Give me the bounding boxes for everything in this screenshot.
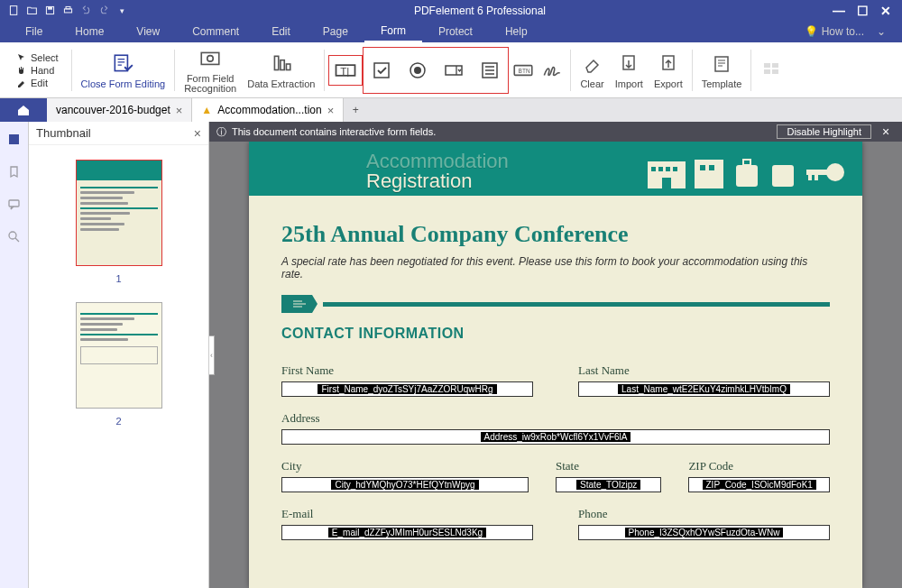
document-viewport[interactable]: Accommodation Registration 25th Annual C… <box>220 142 891 588</box>
separator <box>174 50 175 91</box>
menu-help[interactable]: Help <box>489 21 544 42</box>
select-mode-button[interactable]: Select <box>16 52 59 63</box>
export-button[interactable]: Export <box>649 51 688 89</box>
thumbnail-header: Thumbnail × <box>29 122 208 145</box>
phone-input[interactable]: Phone_I3ZSQxhOYwSFuzdOta-WNw <box>578 525 830 540</box>
lightbulb-icon: 💡 <box>805 25 818 38</box>
tab-vancouver-budget[interactable]: vancouver-2016-budget × <box>47 98 192 122</box>
divider-line <box>323 302 830 307</box>
undo-icon[interactable] <box>78 3 94 19</box>
svg-rect-41 <box>772 165 794 187</box>
menu-view[interactable]: View <box>120 21 176 42</box>
last-name-input[interactable]: Last_Name_wtE2EKuY4zimhkLHVtbImQ <box>578 381 830 397</box>
infobar-close-icon[interactable]: × <box>877 124 895 139</box>
text-field-tool-highlighted[interactable]: T| <box>328 55 363 86</box>
howto-button[interactable]: 💡 How to... <box>805 25 870 38</box>
luggage2-icon <box>767 154 799 190</box>
thumbnail-list[interactable]: 1 2 <box>29 145 208 588</box>
svg-rect-13 <box>374 63 389 78</box>
radio-tool-button[interactable] <box>403 56 432 85</box>
menu-home[interactable]: Home <box>59 21 120 42</box>
address-field: Address Address_iw9xRob*Wcfl6Yx1VvF6lA <box>281 411 830 445</box>
tab-close-icon[interactable]: × <box>176 104 183 117</box>
thumbnail-page-1[interactable] <box>76 160 162 266</box>
hand-mode-button[interactable]: Hand <box>16 65 59 76</box>
field-label: Phone <box>578 507 830 521</box>
close-form-editing-button[interactable]: Close Form Editing <box>76 51 171 89</box>
svg-rect-9 <box>281 60 284 69</box>
import-button[interactable]: Import <box>610 51 649 89</box>
more-icon <box>760 57 782 82</box>
more-forms-button[interactable] <box>755 57 787 84</box>
comments-icon[interactable] <box>6 196 23 212</box>
edit-mode-button[interactable]: Edit <box>16 78 59 88</box>
disable-highlight-button[interactable]: Disable Highlight <box>777 124 871 139</box>
signature-tool-button[interactable] <box>538 56 566 85</box>
svg-point-15 <box>414 67 421 74</box>
svg-rect-43 <box>806 170 828 175</box>
warning-icon: ▲ <box>201 104 212 116</box>
city-input[interactable]: City_hdYMQhyO73*HEfQYtnWpyg <box>281 477 529 492</box>
field-label: Address <box>281 411 830 426</box>
template-button[interactable]: Template <box>696 51 748 89</box>
print-icon[interactable] <box>60 3 76 19</box>
ribbon-mode-group: Select Hand Edit <box>7 42 68 97</box>
building2-icon <box>691 154 727 190</box>
menu-page[interactable]: Page <box>307 21 364 42</box>
title-bar: ▾ PDFelement 6 Professional — ☐ ✕ <box>0 0 902 21</box>
import-icon <box>618 51 640 77</box>
address-input[interactable]: Address_iw9xRob*Wcfl6Yx1VvF6lA <box>281 429 830 445</box>
tab-close-icon[interactable]: × <box>327 104 335 117</box>
new-file-icon[interactable] <box>5 3 22 19</box>
zip-input[interactable]: ZIP_Code_ISOicM9dFoK1 <box>688 477 830 492</box>
close-panel-icon[interactable]: × <box>194 126 201 141</box>
panel-collapse-handle[interactable]: ‹ <box>209 335 215 375</box>
state-input[interactable]: State_TOIzipz <box>556 477 661 492</box>
header-line1: Accommodation <box>366 152 509 170</box>
open-file-icon[interactable] <box>23 3 40 19</box>
svg-rect-10 <box>286 64 290 70</box>
tab-accommodation[interactable]: ▲ Accommodation...tion × <box>192 98 344 122</box>
form-field-recognition-button[interactable]: Form Field Recognition <box>179 47 242 94</box>
ribbon: Select Hand Edit Close Form Editing Form… <box>0 42 902 98</box>
header-icons <box>646 154 846 190</box>
checkbox-tool-button[interactable] <box>367 56 396 85</box>
first-name-input[interactable]: First_Name_dyoZTsSYj7AaZZORUqwHRg <box>281 381 533 397</box>
howto-label: How to... <box>822 25 864 38</box>
clear-label: Clear <box>580 78 603 89</box>
listbox-tool-button[interactable] <box>475 56 504 85</box>
menu-protect[interactable]: Protect <box>422 21 489 42</box>
maximize-button[interactable]: ☐ <box>853 3 871 19</box>
qat-dropdown-icon[interactable]: ▾ <box>114 3 130 19</box>
menu-comment[interactable]: Comment <box>176 21 255 42</box>
close-button[interactable]: ✕ <box>877 3 895 19</box>
combobox-tool-button[interactable] <box>439 56 468 85</box>
new-tab-button[interactable]: + <box>344 98 367 122</box>
svg-text:BTN: BTN <box>519 68 530 74</box>
home-tab-button[interactable] <box>0 98 47 122</box>
menu-edit[interactable]: Edit <box>255 21 307 42</box>
clear-button[interactable]: Clear <box>575 51 609 89</box>
svg-rect-39 <box>736 165 758 187</box>
thumbnails-icon[interactable] <box>6 131 23 147</box>
data-extraction-button[interactable]: Data Extraction <box>242 51 320 89</box>
minimize-button[interactable]: — <box>830 3 848 19</box>
collapse-ribbon-icon[interactable]: ⌄ <box>870 25 893 38</box>
thumbnail-page-2[interactable] <box>76 302 162 409</box>
redo-icon[interactable] <box>96 3 112 19</box>
svg-rect-22 <box>715 57 728 71</box>
bookmarks-icon[interactable] <box>6 163 23 179</box>
menu-file[interactable]: File <box>9 21 59 42</box>
separator <box>692 50 693 91</box>
section-divider <box>281 295 830 313</box>
eraser-icon <box>582 51 603 77</box>
first-name-field: First Name First_Name_dyoZTsSYj7AaZZORUq… <box>281 363 533 397</box>
extraction-label: Data Extraction <box>247 78 315 89</box>
button-tool-button[interactable]: BTN <box>509 56 538 85</box>
left-sidebar <box>0 122 29 588</box>
search-icon[interactable] <box>6 228 23 244</box>
save-icon[interactable] <box>41 3 58 19</box>
menu-form[interactable]: Form <box>364 21 422 42</box>
menu-bar: File Home View Comment Edit Page Form Pr… <box>0 21 902 42</box>
email-input[interactable]: E_mail_dZZFyJMImH0urSESLNd3Kg <box>281 525 533 540</box>
